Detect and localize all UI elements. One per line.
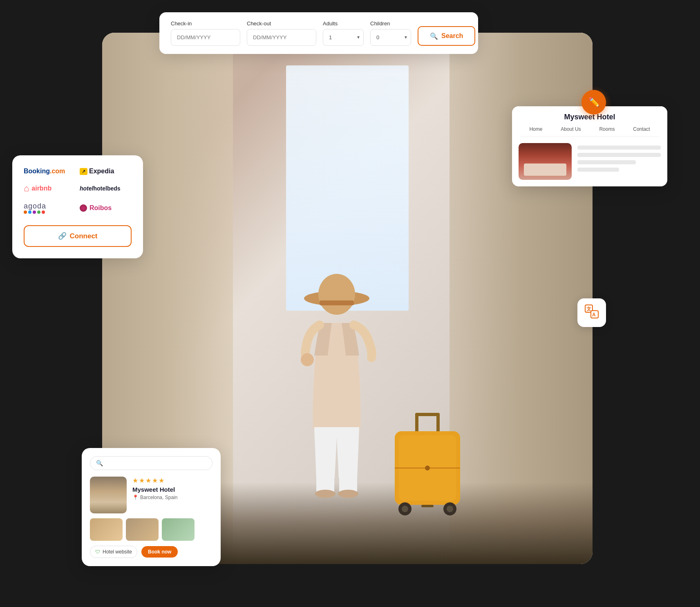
nav-home[interactable]: Home [529,126,542,132]
hotel-photo-1 [90,518,123,541]
expedia-badge-icon: ↗ [80,168,87,175]
shield-icon: 🛡 [95,549,100,555]
checkin-label: Check-in [171,20,240,27]
expedia-name: Expedia [89,168,114,175]
ota-panel: Booking.com ↗ Expedia ⌂ airbnb hotelhote… [12,155,143,258]
ota-grid: Booking.com ↗ Expedia ⌂ airbnb hotelhote… [24,168,132,214]
svg-point-17 [402,506,408,512]
hotelbeds-name: hotelhotelbeds [80,185,121,192]
booking-logo: Booking.com [24,168,76,175]
roibos-name: Roibos [89,204,112,212]
checkout-input[interactable] [247,29,316,46]
children-select[interactable]: 01234 [370,29,411,46]
expedia-logo: ↗ Expedia [80,168,132,175]
hotel-location: 📍 Barcelona, Spain [132,495,212,500]
luggage [387,409,468,523]
svg-point-3 [301,353,314,366]
svg-rect-19 [421,505,434,507]
svg-rect-9 [415,413,418,433]
person-silhouette [284,258,390,503]
agoda-dots [24,211,46,214]
hotel-website-button[interactable]: 🛡 Hotel website [90,546,137,558]
agoda-dot-2 [28,211,31,214]
translate-bubble[interactable]: 文 A [577,298,606,327]
mysweet-nav: Home About Us Rooms Contact [520,126,659,137]
agoda-dot-1 [24,211,27,214]
nav-rooms[interactable]: Rooms [599,126,615,132]
search-button[interactable]: 🔍 Search [418,26,475,46]
svg-rect-2 [320,300,354,305]
checkout-label: Check-out [247,20,316,27]
svg-point-14 [425,466,430,470]
hotel-photo-2 [126,518,159,541]
children-label: Children [370,20,411,27]
content-line-2 [577,153,661,157]
star-3: ★ [145,477,151,484]
roibos-logo: Roibos [80,202,132,214]
connect-button[interactable]: 🔗 Connect [24,225,132,247]
search-panel: Check-in Check-out Adults 12345 ▾ Childr… [159,12,478,54]
checkout-field-group: Check-out [247,20,316,46]
nav-about[interactable]: About Us [561,126,581,132]
hotel-thumbnail [90,477,127,513]
pin-icon: 📍 [132,495,139,500]
airbnb-name: airbnb [31,185,51,192]
checkin-input[interactable] [171,29,240,46]
hotel-location-text: Barcelona, Spain [140,495,177,500]
connect-icon: 🔗 [58,232,67,240]
connect-button-label: Connect [70,232,98,240]
agoda-dot-5 [42,211,45,214]
star-4: ★ [152,477,158,484]
mini-search-bar[interactable]: 🔍 [90,456,212,470]
svg-point-1 [318,274,355,315]
edit-icon: ✏️ [588,97,599,108]
svg-rect-8 [415,413,440,416]
svg-point-6 [315,490,335,498]
star-5: ★ [159,477,164,484]
hotel-name: Mysweet Hotel [132,486,212,493]
search-button-label: Search [441,32,463,40]
agoda-dot-3 [33,211,36,214]
adults-field-group: Adults 12345 ▾ [323,20,364,46]
search-icon: 🔍 [430,32,438,40]
content-line-1 [577,146,661,150]
svg-rect-10 [436,413,440,433]
agoda-text: agoda [24,202,46,211]
mysweet-hotel-panel: Mysweet Hotel Home About Us Rooms Contac… [512,106,667,186]
mini-search-icon: 🔍 [96,460,103,466]
content-line-4 [577,168,619,172]
airbnb-icon: ⌂ [24,183,29,194]
svg-point-18 [447,506,453,512]
children-field-group: Children 01234 ▾ [370,20,411,46]
room-thumbnail [519,143,572,180]
book-now-button[interactable]: Book now [141,546,178,558]
adults-select[interactable]: 12345 [323,29,364,46]
edit-bubble[interactable]: ✏️ [581,90,606,114]
hotel-photo-row [90,518,212,541]
airbnb-logo: ⌂ airbnb [24,183,76,194]
svg-text:文: 文 [586,306,591,312]
svg-text:A: A [592,312,596,318]
content-line-3 [577,160,636,164]
booking-text: Booking.com [24,168,65,175]
hotel-result-card: ★ ★ ★ ★ ★ Mysweet Hotel 📍 Barcelona, Spa… [90,477,212,513]
agoda-logo: agoda [24,202,76,214]
hotel-photo-3 [162,518,195,541]
adults-label: Adults [323,20,364,27]
mysweet-content [512,137,667,186]
agoda-dot-4 [37,211,40,214]
nav-contact[interactable]: Contact [633,126,650,132]
roibos-icon [80,204,87,212]
book-now-label: Book now [148,549,171,555]
mysweet-title: Mysweet Hotel [520,113,659,121]
hotel-action-row: 🛡 Hotel website Book now [90,546,212,558]
hotel-stars: ★ ★ ★ ★ ★ [132,477,212,484]
hotel-search-panel: 🔍 ★ ★ ★ ★ ★ Mysweet Hotel 📍 Barcelona, S… [82,448,221,566]
hotel-info: ★ ★ ★ ★ ★ Mysweet Hotel 📍 Barcelona, Spa… [132,477,212,513]
content-lines [577,146,661,172]
star-1: ★ [132,477,138,484]
svg-point-7 [338,490,358,498]
hotel-website-label: Hotel website [103,549,132,555]
star-2: ★ [139,477,145,484]
translate-icon: 文 A [584,304,599,322]
